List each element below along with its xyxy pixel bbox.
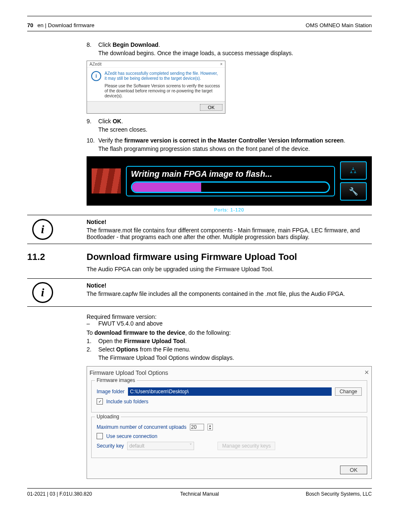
step-9: 9. Click OK. [87,118,372,125]
step-10-result: The flash programming progression status… [98,145,372,152]
text: To [87,329,95,336]
text: , do the following: [185,329,231,336]
text: from the File menu. [138,346,191,353]
text: Click [98,41,113,48]
notice-info-icon: i [32,219,53,240]
step2-2: 2. Select Options from the File menu. [87,346,372,353]
text: Select [98,346,116,353]
use-secure-checkbox[interactable] [97,433,103,439]
dialog-title: AZedit [90,62,102,66]
text: Verify the [98,137,124,144]
ok-button[interactable]: OK [340,466,367,474]
device-logo-icon [92,168,121,193]
bold-text: Begin Download [113,41,159,48]
info-icon: i [91,71,101,81]
step-9-result: The screen closes. [98,126,372,133]
manage-security-keys-button: Manage security keys [217,442,275,450]
device-ports-label: Ports: 1-120 [87,207,372,212]
step-8: 8. Click Begin Download. [87,41,372,48]
progress-fill [132,183,201,192]
image-folder-label: Image folder [97,389,125,395]
select-value: default [129,443,144,449]
group-legend: Firmware images [95,377,137,383]
step-number: 10. [87,137,98,144]
text: . [344,137,345,144]
notice-block-1: i Notice! The firmware.mot file contains… [27,215,372,244]
step-number: 8. [87,41,98,48]
group-legend: Uploading [95,414,121,420]
section-heading: 11.2 Download firmware using Firmware Up… [27,252,372,262]
change-button[interactable]: Change [335,387,362,396]
section-number: 11.2 [27,252,87,262]
uploading-group: Uploading Maximum number of concurrent u… [91,417,367,458]
required-header: Required firmware version: [87,313,372,320]
page-number: 70 [27,22,33,28]
step2-2-result: The Firmware Upload Tool Options window … [98,354,372,361]
use-secure-label: Use secure connection [106,433,157,439]
progress-bar [131,181,330,193]
section-title: Download firmware using Firmware Upload … [87,252,297,262]
wrench-gear-icon: 🔧 [340,182,367,201]
page-header: 70 en | Download firmware OMS OMNEO Main… [27,22,372,31]
include-subfolders-checkbox[interactable]: ✓ [97,398,103,405]
bold-text: OK [113,118,121,125]
max-uploads-label: Maximum number of concurrent uploads [97,424,187,430]
quantity-stepper[interactable]: ▲▼ [207,424,213,430]
dialog-msg-primary: AZedit has successfully completed sendin… [105,71,221,81]
header-right-text: OMS OMNEO Main Station [306,22,372,28]
firmware-images-group: Firmware images Image folder C:\Users\br… [91,380,367,412]
required-item: – FWUT V5.4.0 and above [87,320,372,327]
notice-block-2: i Notice! The firmware.capfw file includ… [27,278,372,307]
crane-icon: ⛼ [340,161,367,180]
step-10: 10. Verify the firmware version is corre… [87,137,372,144]
section-intro: The Audio FPGA can only be upgraded usin… [87,266,372,272]
bold-text: download firmware to the device [95,329,185,336]
text: Open the [98,338,124,344]
notice-body: The firmware.mot file contains four diff… [87,227,372,240]
dialog-title: Firmware Upload Tool Options [90,369,168,376]
chevron-down-icon: ˅ [189,443,192,449]
step-8-result: The download begins. Once the image load… [98,50,372,56]
header-left-text: en | Download firmware [37,22,94,28]
notice-info-icon: i [32,282,53,303]
step-number: 1. [87,338,98,344]
text: Click [98,118,113,125]
notice-title: Notice! [87,219,372,225]
image-folder-input[interactable]: C:\Users\brucem\Desktop\ [128,387,332,396]
required-value: FWUT V5.4.0 and above [98,320,163,327]
bold-text: Firmware Upload Tool [124,338,185,344]
step-number: 2. [87,346,98,353]
ok-button[interactable]: OK [200,104,223,111]
notice-title: Notice! [87,282,372,289]
dash: – [87,320,98,327]
device-front-panel: Writing main FPGA image to flash... ⛼ 🔧 [87,156,372,206]
security-key-label: Security key [97,443,124,449]
step2-1: 1. Open the Firmware Upload Tool. [87,338,372,344]
text: . [121,118,123,125]
text: . [185,338,187,344]
text: . [159,41,160,48]
security-key-select: default ˅ [127,442,194,450]
close-icon[interactable]: × [220,62,223,66]
device-status-text: Writing main FPGA image to flash... [131,169,330,179]
dialog-msg-secondary: Please use the Software Version screens … [105,84,221,99]
close-icon[interactable]: × [364,368,369,377]
include-subfolders-label: Include sub folders [106,399,148,405]
page-footer: 01-2021 | 03 | F.01U.380.820 Technical M… [27,488,372,497]
max-uploads-input[interactable]: 20 [190,424,204,430]
footer-center: Technical Manual [27,491,372,497]
azedit-dialog: AZedit × i AZedit has successfully compl… [87,61,225,114]
step-number: 9. [87,118,98,125]
bold-text: firmware version is correct in the Maste… [124,137,343,144]
notice-body: The firmware.capfw file includes all the… [87,290,372,297]
bold-text: Options [116,346,138,353]
fwut-options-dialog: Firmware Upload Tool Options × Firmware … [87,366,372,479]
